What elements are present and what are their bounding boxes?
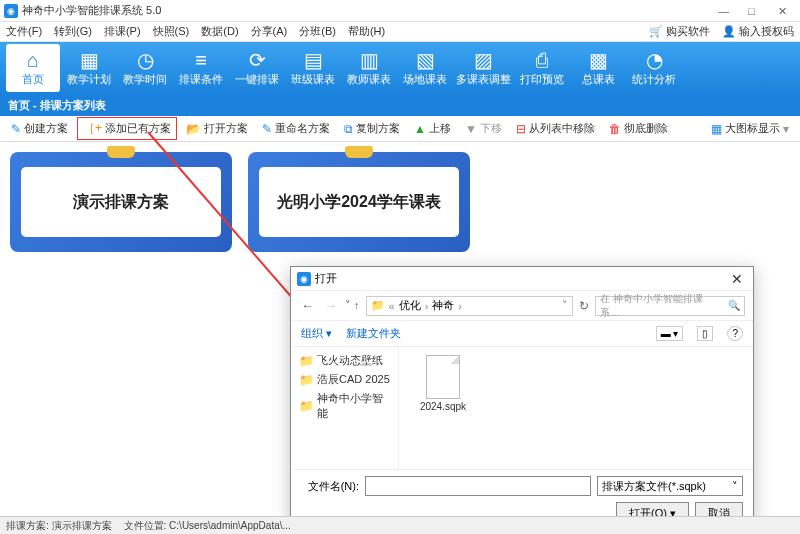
status-scheme: 排课方案: 演示排课方案: [6, 519, 112, 533]
folder-tree: 📁飞火动态壁纸 📁浩辰CAD 2025 📁神奇中小学智能: [291, 347, 399, 469]
window-titlebar: ◉ 神奇中小学智能排课系统 5.0 — □ ✕: [0, 0, 800, 22]
dialog-title: 打开: [315, 271, 727, 286]
minimize-button[interactable]: —: [718, 5, 730, 17]
sub-toolbar: ✎创建方案 ［+添加已有方案 📂打开方案 ✎重命名方案 ⧉复制方案 ▲上移 ▼下…: [0, 116, 800, 142]
table-icon: ▩: [589, 50, 608, 70]
folder-icon: 📁: [299, 373, 314, 387]
nav-back-button[interactable]: ←: [299, 298, 316, 313]
move-up-button[interactable]: ▲上移: [409, 119, 456, 138]
scheme-card[interactable]: 光明小学2024学年课表: [248, 152, 470, 252]
rename-icon: ✎: [262, 122, 272, 136]
plan-icon: ▦: [80, 50, 99, 70]
app-icon: ◉: [4, 4, 18, 18]
new-folder-button[interactable]: 新建文件夹: [346, 326, 401, 341]
menu-share[interactable]: 分享(A): [251, 24, 288, 39]
buy-software-button[interactable]: 🛒 购买软件: [649, 24, 710, 39]
toolbar-teach-time[interactable]: ◷教学时间: [118, 44, 172, 92]
create-scheme-button[interactable]: ✎创建方案: [6, 119, 73, 138]
file-list: 2024.sqpk: [399, 347, 753, 469]
scheme-list: 演示排课方案 光明小学2024学年课表: [0, 142, 800, 262]
filename-label: 文件名(N):: [301, 479, 359, 494]
scheme-card[interactable]: 演示排课方案: [10, 152, 232, 252]
dialog-toolbar: 组织 ▾ 新建文件夹 ▬ ▾ ▯ ?: [291, 321, 753, 347]
menu-goto[interactable]: 转到(G): [54, 24, 92, 39]
main-toolbar: ⌂首页 ▦教学计划 ◷教学时间 ≡排课条件 ⟳一键排课 ▤班级课表 ▥教师课表 …: [0, 42, 800, 94]
table-icon: ▥: [360, 50, 379, 70]
enter-auth-button[interactable]: 👤 输入授权码: [722, 24, 794, 39]
toolbar-teacher-table[interactable]: ▥教师课表: [342, 44, 396, 92]
toolbar-teach-plan[interactable]: ▦教学计划: [62, 44, 116, 92]
scheme-name: 光明小学2024学年课表: [259, 167, 459, 237]
close-button[interactable]: ✕: [778, 5, 790, 17]
search-input[interactable]: 在 神奇中小学智能排课系… 🔍: [595, 296, 745, 316]
toolbar-venue-table[interactable]: ▧场地课表: [398, 44, 452, 92]
table-icon: ▤: [304, 50, 323, 70]
toolbar-class-table[interactable]: ▤班级课表: [286, 44, 340, 92]
dialog-nav: ← → ˅ ↑ 📁 « 优化 › 神奇 › ˅ ↻ 在 神奇中小学智能排课系… …: [291, 291, 753, 321]
tab-home-schemes[interactable]: 首页 - 排课方案列表: [8, 98, 106, 113]
folder-icon: 📁: [299, 399, 314, 413]
toolbar-total-table[interactable]: ▩总课表: [571, 44, 625, 92]
home-icon: ⌂: [27, 50, 39, 70]
dialog-close-button[interactable]: ✕: [727, 271, 747, 287]
toolbar-auto-schedule[interactable]: ⟳一键排课: [230, 44, 284, 92]
open-scheme-button[interactable]: 📂打开方案: [181, 119, 253, 138]
add-existing-scheme-button[interactable]: ［+添加已有方案: [77, 117, 177, 140]
menu-schedule[interactable]: 排课(P): [104, 24, 141, 39]
toolbar-print[interactable]: ⎙打印预览: [515, 44, 569, 92]
chevron-down-icon: ▾: [783, 122, 789, 136]
icon-view-toggle[interactable]: ▦大图标显示 ▾: [706, 119, 794, 138]
remove-from-list-button[interactable]: ⊟从列表中移除: [511, 119, 600, 138]
toolbar-conditions[interactable]: ≡排课条件: [174, 44, 228, 92]
filename-input[interactable]: [365, 476, 591, 496]
rename-scheme-button[interactable]: ✎重命名方案: [257, 119, 335, 138]
toolbar-multi-adjust[interactable]: ▨多课表调整: [454, 44, 513, 92]
menu-league[interactable]: 分班(B): [299, 24, 336, 39]
filetype-select[interactable]: 排课方案文件(*.sqpk) ˅: [597, 476, 743, 496]
window-controls: — □ ✕: [718, 5, 796, 17]
grid-icon: ▦: [711, 122, 722, 136]
window-title: 神奇中小学智能排课系统 5.0: [22, 3, 718, 18]
table-icon: ▧: [416, 50, 435, 70]
help-button[interactable]: ?: [727, 326, 743, 341]
tree-item[interactable]: 📁飞火动态壁纸: [291, 351, 398, 370]
file-item[interactable]: 2024.sqpk: [411, 355, 475, 412]
status-bar: 排课方案: 演示排课方案 文件位置: C:\Users\admin\AppDat…: [0, 516, 800, 534]
menu-help[interactable]: 帮助(H): [348, 24, 385, 39]
tab-bar: 首页 - 排课方案列表: [0, 94, 800, 116]
clip-icon: [107, 146, 135, 158]
toolbar-home[interactable]: ⌂首页: [6, 44, 60, 92]
cart-icon: 🛒: [649, 25, 663, 38]
print-icon: ⎙: [536, 50, 548, 70]
tree-item[interactable]: 📁浩辰CAD 2025: [291, 370, 398, 389]
tree-item[interactable]: 📁神奇中小学智能: [291, 389, 398, 423]
nav-up-button[interactable]: ˅ ↑: [345, 299, 360, 312]
person-icon: 👤: [722, 25, 736, 38]
maximize-button[interactable]: □: [748, 5, 760, 17]
nav-forward-button[interactable]: →: [322, 298, 339, 313]
status-path: 文件位置: C:\Users\admin\AppData\...: [124, 519, 291, 533]
clock-icon: ◷: [137, 50, 154, 70]
preview-pane-button[interactable]: ▯: [697, 326, 713, 341]
view-mode-button[interactable]: ▬ ▾: [656, 326, 684, 341]
dialog-titlebar: ◉ 打开 ✕: [291, 267, 753, 291]
delete-button[interactable]: 🗑彻底删除: [604, 119, 673, 138]
organize-menu[interactable]: 组织 ▾: [301, 326, 332, 341]
refresh-button[interactable]: ↻: [579, 299, 589, 313]
menu-quick[interactable]: 快照(S): [153, 24, 190, 39]
chart-icon: ◔: [646, 50, 663, 70]
breadcrumb[interactable]: 📁 « 优化 › 神奇 › ˅: [366, 296, 573, 316]
add-icon: ［+: [83, 120, 102, 137]
arrow-up-icon: ▲: [414, 122, 426, 136]
menu-file[interactable]: 文件(F): [6, 24, 42, 39]
folder-icon: 📁: [371, 299, 385, 312]
open-icon: 📂: [186, 122, 201, 136]
menu-bar: 文件(F) 转到(G) 排课(P) 快照(S) 数据(D) 分享(A) 分班(B…: [0, 22, 800, 42]
dialog-icon: ◉: [297, 272, 311, 286]
move-down-button[interactable]: ▼下移: [460, 119, 507, 138]
menu-data[interactable]: 数据(D): [201, 24, 238, 39]
remove-icon: ⊟: [516, 122, 526, 136]
chevron-down-icon: ˅: [732, 480, 738, 493]
toolbar-stats[interactable]: ◔统计分析: [627, 44, 681, 92]
copy-scheme-button[interactable]: ⧉复制方案: [339, 119, 405, 138]
